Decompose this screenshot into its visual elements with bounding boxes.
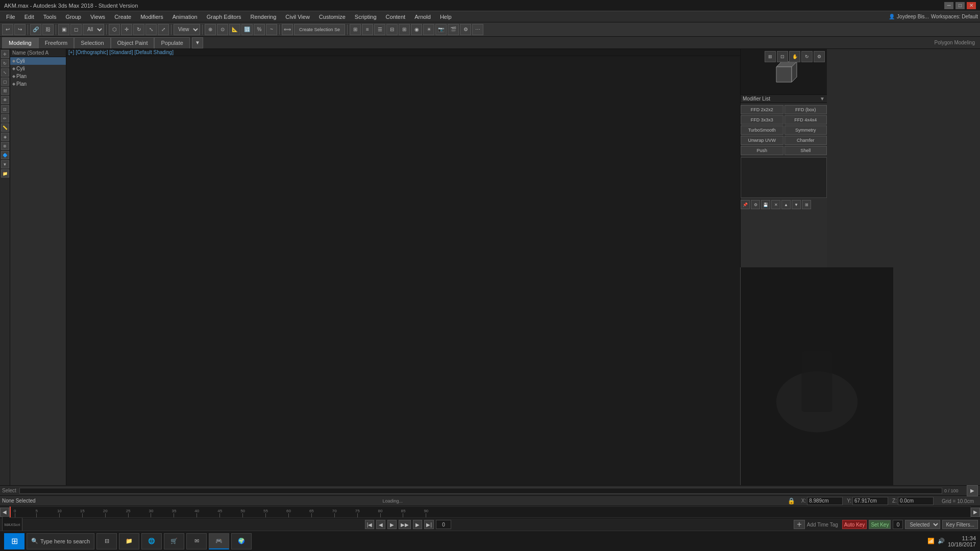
mod-push[interactable]: Push (741, 146, 783, 155)
sound-icon[interactable]: 🔊 (938, 538, 945, 544)
frame-input[interactable] (436, 522, 451, 528)
menu-content[interactable]: Content (382, 13, 410, 21)
folder-tool[interactable]: 📁 (1, 169, 9, 178)
menu-arnold[interactable]: Arnold (410, 13, 435, 21)
select-obj-button[interactable]: ▣ (58, 24, 69, 35)
zoom-region-icon[interactable]: ⊡ (777, 51, 788, 62)
taskbar-3dsmax[interactable]: 🎮 (209, 533, 229, 549)
network-icon[interactable]: 📶 (927, 538, 935, 544)
play-selected-button[interactable]: ▶▶ (399, 520, 411, 529)
coord-z-input[interactable] (898, 497, 934, 505)
tab-more-button[interactable]: ▼ (192, 37, 203, 48)
light-button[interactable]: ☀ (423, 24, 434, 35)
measure-tool[interactable]: 📏 (1, 123, 9, 132)
mod-ffd-box[interactable]: FFD (box) (785, 105, 827, 114)
set-key-button[interactable]: Set Key (869, 520, 891, 529)
move-button[interactable]: ✛ (121, 24, 132, 35)
taskbar-mail[interactable]: ✉ (186, 533, 207, 549)
scene-item-cyli2[interactable]: ◆ Cyli (10, 65, 66, 72)
grid-view-icon[interactable]: ⊞ (802, 200, 811, 209)
redo-button[interactable]: ↪ (14, 24, 26, 35)
material-tool[interactable]: ◈ (1, 133, 9, 141)
mod-symmetry[interactable]: Symmetry (785, 126, 827, 135)
mod-ffd-2x2x2[interactable]: FFD 2x2x2 (741, 105, 783, 114)
pivot-button[interactable]: ⊕ (205, 24, 216, 35)
pan-icon[interactable]: ✋ (789, 51, 800, 62)
filter-tool[interactable]: ▼ (1, 160, 9, 168)
undo-button[interactable]: ↩ (2, 24, 13, 35)
add-time-tag-button[interactable]: + (794, 520, 805, 529)
modifier-tool[interactable]: ⊗ (1, 142, 9, 150)
tab-object-paint[interactable]: Object Paint (111, 37, 155, 48)
configure-icon[interactable]: ⚙ (751, 200, 760, 209)
mod-chamfer[interactable]: Chamfer (785, 136, 827, 145)
link-tool[interactable]: ⛓ (1, 87, 9, 95)
settings-button[interactable]: ⚙ (460, 24, 471, 35)
coord-x-input[interactable] (807, 497, 843, 505)
play-button[interactable]: ▶ (387, 520, 397, 529)
play-next-button[interactable]: ▶ (967, 485, 978, 496)
move-tool[interactable]: ✛ (1, 50, 9, 58)
maximize-button[interactable]: □ (955, 2, 965, 9)
taskbar-task-view[interactable]: ⊟ (96, 533, 117, 549)
view-dropdown[interactable]: View (174, 24, 200, 35)
menu-file[interactable]: File (2, 13, 19, 21)
save-icon[interactable]: 💾 (761, 200, 770, 209)
selected-dropdown[interactable]: Selected (905, 520, 940, 529)
close-button[interactable]: ✕ (967, 2, 976, 9)
up-icon[interactable]: ▲ (781, 200, 791, 209)
camera-button[interactable]: 📷 (435, 24, 447, 35)
pivot2-button[interactable]: ⊙ (217, 24, 228, 35)
percent-snap-button[interactable]: % (254, 24, 265, 35)
start-button[interactable]: ⊞ (4, 533, 24, 549)
menu-create[interactable]: Create (110, 13, 135, 21)
prev-frame-button[interactable]: ◀ (376, 520, 385, 529)
timeline-scroll-right[interactable]: ▶ (971, 508, 980, 517)
timeline-track[interactable]: 0 5 10 15 20 25 30 35 40 45 50 55 60 65 (9, 506, 971, 518)
menu-group[interactable]: Group (61, 13, 85, 21)
mod-unwrap-uvw[interactable]: Unwrap UVW (741, 136, 783, 145)
scene-item-plan2[interactable]: ◆ Plan (10, 80, 66, 88)
coord-y-input[interactable] (852, 497, 888, 505)
menu-graph-editors[interactable]: Graph Editors (203, 13, 246, 21)
taskbar-search[interactable]: 🔍 Type here to search (27, 533, 94, 549)
secondary-viewport[interactable] (740, 267, 893, 486)
menu-edit[interactable]: Edit (20, 13, 38, 21)
rotate-tool[interactable]: ↻ (1, 59, 9, 67)
menu-civil-view[interactable]: Civil View (281, 13, 313, 21)
mod-ffd-4x4x4[interactable]: FFD 4x4x4 (785, 115, 827, 124)
go-start-button[interactable]: |◀ (365, 520, 375, 529)
menu-tools[interactable]: Tools (39, 13, 61, 21)
scale-tool[interactable]: ⤡ (1, 68, 9, 77)
go-end-button[interactable]: ▶| (424, 520, 434, 529)
paint-tool[interactable]: ✏ (1, 114, 9, 122)
orbit-icon[interactable]: ↻ (801, 51, 813, 62)
menu-modifiers[interactable]: Modifiers (136, 13, 167, 21)
zoom-ext-icon[interactable]: ⊞ (765, 51, 776, 62)
auto-key-button[interactable]: Auto Key (842, 520, 867, 529)
mod-ffd-3x3x3[interactable]: FFD 3x3x3 (741, 115, 783, 124)
tab-selection[interactable]: Selection (74, 37, 110, 48)
render-button[interactable]: 🎬 (448, 24, 459, 35)
snap-button[interactable]: 🔢 (241, 24, 253, 35)
eye-tool[interactable]: 👁 (1, 96, 9, 104)
scene-item-plan1[interactable]: ◆ Plan (10, 72, 66, 80)
spinner-snap-button[interactable]: ~ (266, 24, 277, 35)
pin-icon[interactable]: 📌 (741, 200, 750, 209)
timeline-scroll-left[interactable]: ◀ (0, 508, 9, 517)
scene-item-cyli1[interactable]: ◆ Cyli (10, 57, 66, 65)
tab-freeform[interactable]: Freeform (38, 37, 75, 48)
curves-button[interactable]: ≡ (362, 24, 373, 35)
select-filter-button[interactable]: ◻ (70, 24, 82, 35)
menu-rendering[interactable]: Rendering (247, 13, 281, 21)
rotate-button[interactable]: ↻ (133, 24, 144, 35)
taskbar-chrome[interactable]: 🌍 (231, 533, 252, 549)
filter-dropdown[interactable]: All (83, 24, 104, 35)
grid-button[interactable]: ⊞ (399, 24, 410, 35)
menu-animation[interactable]: Animation (168, 13, 202, 21)
down-icon[interactable]: ▼ (792, 200, 801, 209)
tab-populate[interactable]: Populate (154, 37, 189, 48)
minimize-button[interactable]: ─ (944, 2, 953, 9)
delete-icon[interactable]: ✕ (771, 200, 780, 209)
magnet-tool[interactable]: ⊡ (1, 105, 9, 113)
